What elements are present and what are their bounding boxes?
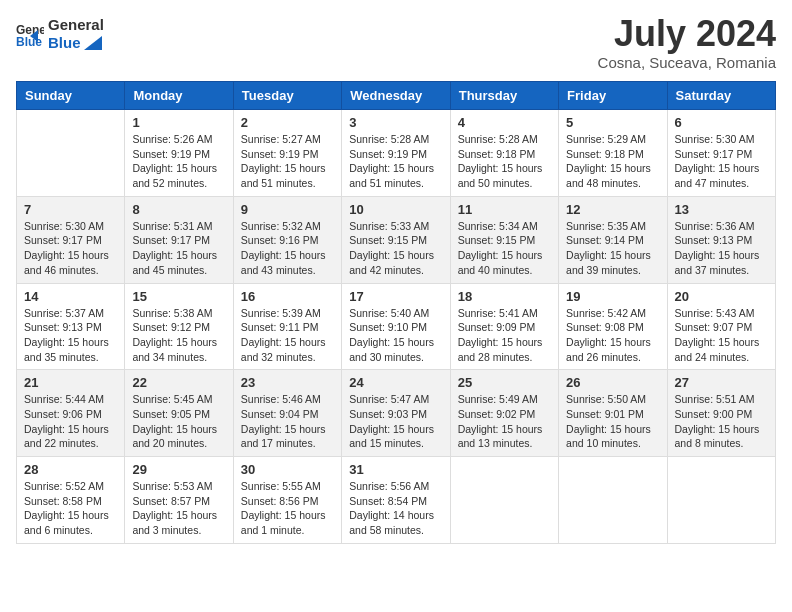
sunset-text: Sunset: 9:19 PM — [132, 147, 225, 162]
sunrise-text: Sunrise: 5:34 AM — [458, 219, 551, 234]
daylight-hours-text: Daylight: 14 hours — [349, 508, 442, 523]
daylight-hours-text: Daylight: 15 hours — [24, 248, 117, 263]
sunset-text: Sunset: 9:14 PM — [566, 233, 659, 248]
daylight-hours-text: Daylight: 15 hours — [349, 248, 442, 263]
day-info: Sunrise: 5:31 AMSunset: 9:17 PMDaylight:… — [132, 219, 225, 278]
weekday-header: Friday — [559, 82, 667, 110]
day-info: Sunrise: 5:37 AMSunset: 9:13 PMDaylight:… — [24, 306, 117, 365]
calendar-cell: 10Sunrise: 5:33 AMSunset: 9:15 PMDayligh… — [342, 196, 450, 283]
daylight-hours-text: Daylight: 15 hours — [675, 422, 768, 437]
daylight-minutes-text: and 43 minutes. — [241, 263, 334, 278]
day-number: 1 — [132, 115, 225, 130]
daylight-hours-text: Daylight: 15 hours — [132, 335, 225, 350]
calendar-cell: 21Sunrise: 5:44 AMSunset: 9:06 PMDayligh… — [17, 370, 125, 457]
calendar-week-row: 1Sunrise: 5:26 AMSunset: 9:19 PMDaylight… — [17, 110, 776, 197]
calendar-cell: 6Sunrise: 5:30 AMSunset: 9:17 PMDaylight… — [667, 110, 775, 197]
day-number: 5 — [566, 115, 659, 130]
daylight-hours-text: Daylight: 15 hours — [458, 248, 551, 263]
sunrise-text: Sunrise: 5:51 AM — [675, 392, 768, 407]
daylight-hours-text: Daylight: 15 hours — [566, 422, 659, 437]
day-number: 3 — [349, 115, 442, 130]
daylight-minutes-text: and 45 minutes. — [132, 263, 225, 278]
day-number: 31 — [349, 462, 442, 477]
sunrise-text: Sunrise: 5:44 AM — [24, 392, 117, 407]
sunrise-text: Sunrise: 5:28 AM — [458, 132, 551, 147]
sunset-text: Sunset: 9:10 PM — [349, 320, 442, 335]
day-info: Sunrise: 5:27 AMSunset: 9:19 PMDaylight:… — [241, 132, 334, 191]
calendar-cell: 13Sunrise: 5:36 AMSunset: 9:13 PMDayligh… — [667, 196, 775, 283]
day-info: Sunrise: 5:39 AMSunset: 9:11 PMDaylight:… — [241, 306, 334, 365]
sunrise-text: Sunrise: 5:53 AM — [132, 479, 225, 494]
weekday-header: Sunday — [17, 82, 125, 110]
sunset-text: Sunset: 9:08 PM — [566, 320, 659, 335]
sunrise-text: Sunrise: 5:28 AM — [349, 132, 442, 147]
sunrise-text: Sunrise: 5:41 AM — [458, 306, 551, 321]
daylight-hours-text: Daylight: 15 hours — [241, 508, 334, 523]
sunset-text: Sunset: 9:16 PM — [241, 233, 334, 248]
day-info: Sunrise: 5:40 AMSunset: 9:10 PMDaylight:… — [349, 306, 442, 365]
sunrise-text: Sunrise: 5:32 AM — [241, 219, 334, 234]
daylight-hours-text: Daylight: 15 hours — [241, 335, 334, 350]
sunset-text: Sunset: 9:02 PM — [458, 407, 551, 422]
daylight-minutes-text: and 48 minutes. — [566, 176, 659, 191]
day-info: Sunrise: 5:28 AMSunset: 9:19 PMDaylight:… — [349, 132, 442, 191]
daylight-minutes-text: and 52 minutes. — [132, 176, 225, 191]
day-info: Sunrise: 5:29 AMSunset: 9:18 PMDaylight:… — [566, 132, 659, 191]
day-number: 17 — [349, 289, 442, 304]
weekday-header-row: SundayMondayTuesdayWednesdayThursdayFrid… — [17, 82, 776, 110]
sunset-text: Sunset: 9:11 PM — [241, 320, 334, 335]
logo-general: General — [48, 16, 104, 34]
daylight-minutes-text: and 34 minutes. — [132, 350, 225, 365]
daylight-minutes-text: and 28 minutes. — [458, 350, 551, 365]
sunset-text: Sunset: 9:03 PM — [349, 407, 442, 422]
day-number: 15 — [132, 289, 225, 304]
calendar-table: SundayMondayTuesdayWednesdayThursdayFrid… — [16, 81, 776, 544]
calendar-cell: 29Sunrise: 5:53 AMSunset: 8:57 PMDayligh… — [125, 457, 233, 544]
day-number: 8 — [132, 202, 225, 217]
day-info: Sunrise: 5:33 AMSunset: 9:15 PMDaylight:… — [349, 219, 442, 278]
daylight-minutes-text: and 39 minutes. — [566, 263, 659, 278]
daylight-hours-text: Daylight: 15 hours — [132, 508, 225, 523]
daylight-minutes-text: and 6 minutes. — [24, 523, 117, 538]
daylight-minutes-text: and 13 minutes. — [458, 436, 551, 451]
calendar-cell: 2Sunrise: 5:27 AMSunset: 9:19 PMDaylight… — [233, 110, 341, 197]
sunset-text: Sunset: 9:19 PM — [241, 147, 334, 162]
day-info: Sunrise: 5:34 AMSunset: 9:15 PMDaylight:… — [458, 219, 551, 278]
sunset-text: Sunset: 9:15 PM — [458, 233, 551, 248]
daylight-minutes-text: and 8 minutes. — [675, 436, 768, 451]
calendar-cell: 22Sunrise: 5:45 AMSunset: 9:05 PMDayligh… — [125, 370, 233, 457]
day-info: Sunrise: 5:50 AMSunset: 9:01 PMDaylight:… — [566, 392, 659, 451]
calendar-cell: 17Sunrise: 5:40 AMSunset: 9:10 PMDayligh… — [342, 283, 450, 370]
day-number: 25 — [458, 375, 551, 390]
daylight-hours-text: Daylight: 15 hours — [132, 422, 225, 437]
daylight-minutes-text: and 17 minutes. — [241, 436, 334, 451]
daylight-minutes-text: and 26 minutes. — [566, 350, 659, 365]
daylight-hours-text: Daylight: 15 hours — [566, 335, 659, 350]
weekday-header: Saturday — [667, 82, 775, 110]
sunrise-text: Sunrise: 5:43 AM — [675, 306, 768, 321]
sunrise-text: Sunrise: 5:45 AM — [132, 392, 225, 407]
sunset-text: Sunset: 9:07 PM — [675, 320, 768, 335]
location-subtitle: Cosna, Suceava, Romania — [598, 54, 776, 71]
day-number: 22 — [132, 375, 225, 390]
calendar-cell: 31Sunrise: 5:56 AMSunset: 8:54 PMDayligh… — [342, 457, 450, 544]
logo: General Blue General Blue — [16, 16, 104, 52]
calendar-cell: 16Sunrise: 5:39 AMSunset: 9:11 PMDayligh… — [233, 283, 341, 370]
calendar-cell: 28Sunrise: 5:52 AMSunset: 8:58 PMDayligh… — [17, 457, 125, 544]
calendar-cell — [17, 110, 125, 197]
sunset-text: Sunset: 9:17 PM — [24, 233, 117, 248]
calendar-cell: 20Sunrise: 5:43 AMSunset: 9:07 PMDayligh… — [667, 283, 775, 370]
daylight-hours-text: Daylight: 15 hours — [24, 335, 117, 350]
sunset-text: Sunset: 8:56 PM — [241, 494, 334, 509]
sunset-text: Sunset: 9:01 PM — [566, 407, 659, 422]
day-info: Sunrise: 5:36 AMSunset: 9:13 PMDaylight:… — [675, 219, 768, 278]
calendar-cell: 23Sunrise: 5:46 AMSunset: 9:04 PMDayligh… — [233, 370, 341, 457]
daylight-hours-text: Daylight: 15 hours — [675, 248, 768, 263]
page-header: General Blue General Blue July 2024 Cosn… — [16, 16, 776, 71]
day-info: Sunrise: 5:30 AMSunset: 9:17 PMDaylight:… — [675, 132, 768, 191]
day-info: Sunrise: 5:32 AMSunset: 9:16 PMDaylight:… — [241, 219, 334, 278]
day-info: Sunrise: 5:55 AMSunset: 8:56 PMDaylight:… — [241, 479, 334, 538]
calendar-cell: 12Sunrise: 5:35 AMSunset: 9:14 PMDayligh… — [559, 196, 667, 283]
logo-icon: General Blue — [16, 20, 44, 48]
calendar-week-row: 28Sunrise: 5:52 AMSunset: 8:58 PMDayligh… — [17, 457, 776, 544]
